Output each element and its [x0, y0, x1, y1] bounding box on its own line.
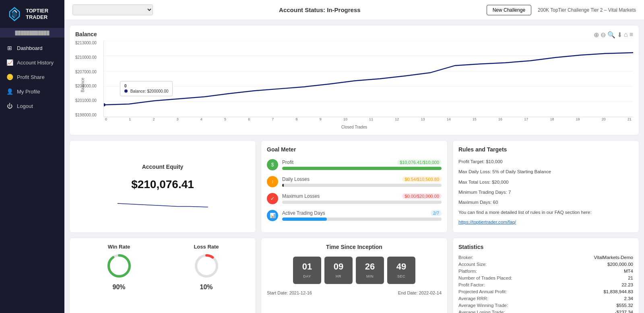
rule-min-trading-days: Minimum Trading Days: 7 [458, 189, 633, 196]
y-label-5: $210000.00 [75, 55, 103, 60]
zoom-out-icon[interactable]: ⊖ [601, 31, 606, 39]
sidebar-item-profit-share[interactable]: 🪙 Profit Share [0, 70, 64, 84]
stat-broker: Broker: VitalMarkets-Demo [458, 255, 633, 260]
profit-bar-fill [282, 167, 442, 170]
search-chart-icon[interactable]: 🔍 [607, 31, 615, 39]
y-label-3: $204000.00 [75, 84, 103, 88]
menu-chart-icon[interactable]: ≡ [630, 31, 633, 39]
x-label-16: 16 [498, 117, 502, 121]
stat-avg-losing-value: -$237.34 [615, 310, 633, 313]
stat-projected-profit-label: Projected Annual Profit: [458, 289, 507, 294]
account-select[interactable] [72, 4, 153, 15]
goal-item-daily-losses: ↕ Daily Losses $0.54/$10,503.80 [267, 176, 442, 187]
time-block-day: 01 DAY [293, 257, 321, 284]
rule-max-total-loss: Max Total Loss: $20,000 [458, 179, 633, 186]
logo-icon [6, 6, 23, 22]
statistics-card: Statistics Broker: VitalMarkets-Demo Acc… [452, 238, 639, 313]
stat-account-size-value: $200,000.00 [607, 262, 633, 267]
daily-losses-content: Daily Losses $0.54/$10,503.80 [282, 176, 442, 187]
rule-max-days: Maximum Days: 60 [458, 199, 633, 206]
sidebar-item-account-history[interactable]: 📈 Account History [0, 55, 64, 70]
sidebar-user: ████████████ [0, 28, 64, 37]
sidebar-item-logout[interactable]: ⏻ Logout [0, 99, 64, 113]
new-challenge-button[interactable]: New Challenge [487, 5, 531, 15]
home-chart-icon[interactable]: ⌂ [624, 31, 628, 39]
loss-rate-circle [194, 253, 219, 279]
faq-link[interactable]: https://toptiertrader.com/faq/ [458, 220, 633, 224]
stat-account-size: Account Size: $200,000.00 [458, 262, 633, 267]
rules-card: Rules and Targets Profit Target: $10,000… [452, 140, 639, 233]
loss-rate-label: Loss Rate [194, 244, 219, 250]
time-block-min: 26 MIN [356, 257, 384, 284]
balance-chart-card: Balance ⊕ ⊖ 🔍 ⬇ ⌂ ≡ Balance $213000.00 $… [69, 25, 639, 135]
stat-avg-losing-label: Average Losing Trade: [458, 310, 505, 313]
goal-meter-title: Goal Meter [267, 146, 442, 153]
svg-point-13 [109, 255, 130, 276]
time-hr-number: 09 [331, 261, 346, 272]
x-label-19: 19 [576, 117, 580, 121]
time-hr-unit: HR [336, 274, 341, 278]
profit-bar-bg [282, 167, 442, 170]
chart-svg [104, 41, 633, 117]
profit-label: Profit [282, 160, 293, 165]
goal-item-max-losses: ✓ Maximum Losses $0.00/$20,000.00 [267, 193, 442, 204]
stat-trades-placed-label: Number of Trades Placed: [458, 276, 512, 280]
time-day-unit: DAY [303, 274, 311, 278]
topbar-right: New Challenge 200K TopTier Challenge Tie… [487, 5, 636, 15]
stat-avg-rrr: Average RRR: 2.34 [458, 296, 633, 301]
page-content: Balance ⊕ ⊖ 🔍 ⬇ ⌂ ≡ Balance $213000.00 $… [64, 20, 644, 313]
x-label-3: 3 [177, 117, 179, 121]
bottom-row: Win Rate 90% Loss Rate [69, 238, 639, 313]
x-label-9: 9 [320, 117, 322, 121]
x-label-11: 11 [369, 117, 373, 121]
winloss-row: Win Rate 90% Loss Rate [75, 244, 250, 313]
logo-name-line2: TRADER [26, 14, 48, 21]
stat-profit-factor: Profit Factor: 22.23 [458, 282, 633, 287]
account-history-icon: 📈 [6, 59, 13, 66]
time-sec-unit: SEC [397, 274, 405, 278]
sidebar-item-label-profit-share: Profit Share [17, 74, 45, 80]
win-rate-label: Win Rate [108, 244, 130, 250]
x-label-7: 7 [272, 117, 274, 121]
active-days-content: Active Trading Days 2/7 [282, 210, 442, 221]
stat-broker-label: Broker: [458, 255, 473, 260]
zoom-in-icon[interactable]: ⊕ [594, 31, 599, 39]
stat-trades-placed-value: 21 [628, 276, 633, 280]
chart-controls: ⊕ ⊖ 🔍 ⬇ ⌂ ≡ [594, 31, 633, 39]
profit-share-icon: 🪙 [6, 74, 13, 80]
sidebar-item-my-profile[interactable]: 👤 My Profile [0, 84, 64, 99]
sidebar-item-dashboard[interactable]: ⊞ Dashboard [0, 41, 64, 55]
rule-max-daily-loss: Max Daily Loss: 5% of Daily Starting Bal… [458, 168, 633, 175]
svg-point-11 [104, 103, 105, 106]
equity-mini-chart [84, 197, 242, 209]
profit-content: Profit $10,076.41/$10,000 [282, 160, 442, 170]
stat-projected-profit: Projected Annual Profit: $1,838,944.83 [458, 289, 633, 294]
x-label-15: 15 [473, 117, 477, 121]
max-losses-icon: ✓ [267, 193, 278, 204]
active-days-bar-fill [282, 218, 327, 221]
time-block-hr: 09 HR [324, 257, 353, 284]
balance-chart-area: Balance $213000.00 $210000.00 $207000.00… [75, 41, 633, 129]
time-min-number: 26 [362, 261, 378, 272]
save-chart-icon[interactable]: ⬇ [617, 31, 622, 39]
x-label-14: 14 [447, 117, 451, 121]
x-label-1: 1 [129, 117, 131, 121]
rule-faq-text: You can find a more detailed list of rul… [458, 209, 633, 216]
win-rate-circle [106, 253, 132, 279]
profile-icon: 👤 [6, 88, 13, 95]
daily-losses-bar-fill [282, 184, 284, 187]
win-rate-item: Win Rate 90% [106, 244, 132, 313]
stat-account-size-label: Account Size: [458, 262, 487, 267]
dashboard-icon: ⊞ [6, 45, 13, 51]
stat-trades-placed: Number of Trades Placed: 21 [458, 276, 633, 280]
x-label-0: 0 [105, 117, 107, 121]
logo-name-line1: TOPTIER [26, 8, 48, 14]
sidebar-item-label-account-history: Account History [17, 60, 54, 66]
daily-losses-icon: ↕ [267, 176, 278, 187]
x-label-10: 10 [343, 117, 347, 121]
main-content: Account Status: In-Progress New Challeng… [64, 0, 644, 313]
topbar-left [72, 4, 153, 15]
active-days-bar-bg [282, 218, 442, 221]
topbar: Account Status: In-Progress New Challeng… [64, 0, 644, 20]
rules-title: Rules and Targets [458, 146, 633, 153]
